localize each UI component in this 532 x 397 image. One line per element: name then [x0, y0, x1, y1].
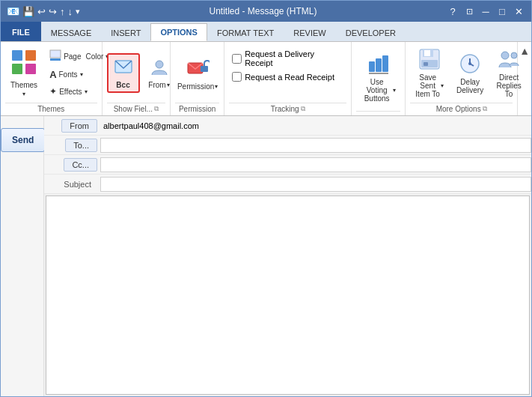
- tab-insert[interactable]: INSERT: [101, 23, 150, 41]
- ribbon-group-permission: Permission ▾ Permission: [171, 42, 224, 115]
- delivery-receipt-label: Request a Delivery Receipt: [245, 49, 343, 67]
- to-input[interactable]: [100, 138, 531, 153]
- tab-developer-label: DEVELOPER: [346, 28, 396, 37]
- cc-input[interactable]: [100, 157, 531, 172]
- direct-replies-icon: [498, 48, 520, 72]
- send-button[interactable]: Send: [1, 128, 45, 152]
- save-sent-icon: [418, 48, 441, 72]
- close-button[interactable]: ✕: [512, 4, 525, 18]
- svg-rect-11: [376, 58, 382, 72]
- page-color-label: Page: [64, 52, 81, 61]
- cc-button[interactable]: Cc...: [64, 158, 97, 172]
- cc-row: Cc...: [44, 155, 531, 175]
- more-options-group-label: More Options ⧉: [410, 103, 513, 115]
- from-dropdown-arrow: ▾: [167, 82, 170, 88]
- svg-point-22: [468, 62, 471, 65]
- fonts-label: Fonts: [59, 70, 78, 79]
- read-receipt-item[interactable]: Request a Read Receipt: [232, 72, 334, 82]
- delivery-receipt-checkbox[interactable]: [232, 54, 242, 64]
- delivery-receipt-item[interactable]: Request a Delivery Receipt: [232, 49, 343, 67]
- delay-delivery-label: DelayDelivery: [456, 78, 483, 94]
- to-label-container: To...: [44, 139, 100, 152]
- permission-group-label: Permission: [175, 103, 219, 115]
- to-row: To...: [44, 136, 531, 155]
- cc-label-container: Cc...: [44, 158, 100, 172]
- ribbon-group-themes: Themes ▾ Page: [1, 42, 103, 115]
- from-input[interactable]: [100, 119, 531, 133]
- svg-rect-10: [369, 61, 375, 72]
- delay-delivery-icon: [459, 52, 481, 76]
- quick-access-save[interactable]: 💾: [22, 6, 34, 17]
- outlook-window: 📧 💾 ↩ ↪ ↑ ↓ ▾ Untitled - Message (HTML) …: [0, 0, 532, 397]
- ribbon-group-tracking: Request a Delivery Receipt Request a Rea…: [224, 42, 352, 115]
- permission-button[interactable]: Permission ▾: [175, 52, 220, 94]
- tab-review[interactable]: REVIEW: [284, 23, 335, 41]
- save-sent-button[interactable]: Save SentItem To ▾: [410, 45, 449, 101]
- read-receipt-label: Request a Read Receipt: [245, 73, 334, 82]
- window-controls: ? ⊡ ─ □ ✕: [446, 4, 525, 18]
- from-icon: [149, 57, 170, 79]
- tracking-expand[interactable]: ⧉: [301, 105, 305, 113]
- quick-access-down[interactable]: ↓: [68, 6, 73, 17]
- ribbon-body: Themes ▾ Page: [1, 41, 531, 116]
- delay-delivery-button[interactable]: DelayDelivery: [452, 49, 488, 97]
- tab-format-text[interactable]: FORMAT TEXT: [207, 23, 284, 41]
- from-button[interactable]: From: [61, 119, 97, 133]
- svg-rect-4: [50, 50, 61, 58]
- tracking-group-label: Tracking ⧉: [229, 103, 346, 115]
- subject-input[interactable]: [100, 177, 531, 192]
- quick-access-redo[interactable]: ↪: [49, 6, 57, 17]
- page-color-icon: [49, 49, 61, 63]
- tab-options[interactable]: OPTIONS: [150, 23, 207, 41]
- svg-rect-1: [25, 50, 36, 61]
- voting-label: Use VotingButtons: [361, 78, 392, 103]
- help-button[interactable]: ?: [446, 4, 459, 18]
- quick-access-undo[interactable]: ↩: [37, 6, 46, 17]
- svg-point-24: [511, 52, 517, 58]
- subject-label-container: Subject: [44, 180, 100, 189]
- themes-group-label: Themes: [5, 103, 97, 115]
- page-color-label2: Color: [85, 52, 103, 61]
- title-bar-left: 📧 💾 ↩ ↪ ↑ ↓ ▾: [7, 5, 80, 17]
- more-options-expand[interactable]: ⧉: [483, 105, 487, 113]
- title-bar: 📧 💾 ↩ ↪ ↑ ↓ ▾ Untitled - Message (HTML) …: [1, 1, 531, 22]
- from-row: From: [44, 116, 531, 136]
- tab-file-label: FILE: [12, 28, 30, 37]
- permission-content: Permission ▾: [175, 45, 219, 101]
- save-sent-label: Save SentItem To: [415, 73, 440, 98]
- permission-label: Permission: [177, 82, 214, 91]
- show-fields-group-label: Show Fiel... ⧉: [107, 103, 166, 115]
- permission-icon: [186, 55, 210, 81]
- ribbon-group-more-options: Save SentItem To ▾ DelayDelivery: [406, 42, 518, 115]
- svg-point-7: [156, 61, 163, 68]
- themes-button[interactable]: Themes ▾: [5, 46, 43, 100]
- collapse-ribbon[interactable]: ▲: [518, 42, 531, 115]
- show-fields-expand[interactable]: ⧉: [154, 105, 159, 113]
- from-ribbon-label: From: [148, 81, 165, 89]
- svg-rect-12: [382, 55, 388, 72]
- send-column: Send: [1, 116, 44, 396]
- quick-access-up[interactable]: ↑: [60, 6, 65, 17]
- subject-row: Subject: [44, 175, 531, 194]
- voting-arrow: ▾: [393, 87, 396, 94]
- svg-rect-3: [25, 64, 36, 74]
- svg-rect-16: [424, 50, 430, 56]
- account-button[interactable]: ⊡: [462, 4, 476, 18]
- tab-message[interactable]: MESSAGE: [41, 23, 101, 41]
- maximize-button[interactable]: □: [495, 4, 509, 18]
- tab-insert-label: INSERT: [111, 28, 141, 37]
- themes-icon: [10, 49, 37, 79]
- minimize-button[interactable]: ─: [479, 4, 492, 18]
- bcc-button[interactable]: Bcc: [107, 53, 140, 93]
- read-receipt-checkbox[interactable]: [232, 72, 242, 82]
- compose-body-area[interactable]: [46, 196, 530, 395]
- themes-group-content: Themes ▾ Page: [5, 45, 97, 101]
- tab-developer[interactable]: DEVELOPER: [336, 23, 406, 41]
- bcc-label: Bcc: [116, 81, 129, 89]
- svg-rect-5: [50, 58, 61, 61]
- tab-format-text-label: FORMAT TEXT: [217, 28, 274, 37]
- to-button[interactable]: To...: [65, 139, 97, 152]
- permission-arrow: ▾: [215, 83, 218, 90]
- tab-file[interactable]: FILE: [1, 22, 41, 41]
- use-voting-button[interactable]: Use VotingButtons ▾: [356, 49, 401, 106]
